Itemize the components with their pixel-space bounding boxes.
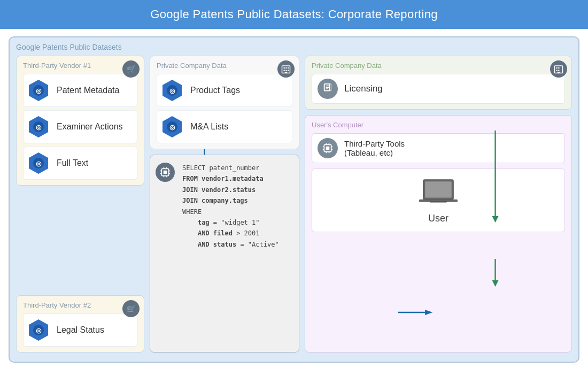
- product-tags-label: Product Tags: [190, 86, 240, 95]
- svg-rect-66: [326, 147, 330, 150]
- main-container: Google Patents Public Datasets: Corporat…: [0, 0, 588, 375]
- header-title: Google Patents Public Datasets: Corporat…: [150, 7, 437, 21]
- legal-status-label: Legal Status: [57, 325, 104, 335]
- svg-rect-76: [425, 181, 452, 197]
- licensing-box: Private Company Data: [305, 56, 572, 110]
- columns: Third-Party Vendor #1 🛒 ◎: [16, 56, 572, 353]
- users-computer-label: User's Computer: [312, 121, 565, 129]
- users-computer-box: User's Computer: [305, 115, 572, 353]
- vendor1-icon: 🛒: [122, 60, 140, 78]
- query-text: SELECT patent_number FROM vendor1.metada…: [182, 163, 291, 250]
- col-vendors: Third-Party Vendor #1 🛒 ◎: [16, 56, 144, 353]
- svg-rect-58: [556, 70, 558, 71]
- ma-lists-item: ◎ M&A Lists: [157, 110, 292, 143]
- examiner-actions-item: ◎ Examiner Actions: [23, 110, 137, 143]
- vendor2-icon: 🛒: [122, 300, 140, 317]
- vendor1-box: Third-Party Vendor #1 🛒 ◎: [16, 56, 144, 186]
- examiner-actions-label: Examiner Actions: [57, 122, 123, 132]
- ma-lists-label: M&A Lists: [190, 122, 228, 132]
- vendor2-label: Third-Party Vendor #2: [23, 301, 137, 309]
- product-tags-hex-icon: ◎: [160, 79, 184, 102]
- svg-rect-57: [558, 67, 559, 68]
- licensing-section-label: Private Company Data: [312, 62, 565, 70]
- header-bar: Google Patents Public Datasets: Corporat…: [0, 0, 588, 29]
- user-laptop-box: User: [312, 169, 565, 232]
- col-middle: Private Company Data: [150, 56, 299, 353]
- svg-rect-35: [284, 70, 285, 71]
- private-company-label: Private Company Data: [157, 62, 292, 70]
- tools-label: Third-Party Tools(Tableau, etc): [344, 139, 405, 157]
- svg-rect-56: [556, 67, 558, 68]
- svg-rect-38: [285, 72, 288, 73]
- svg-rect-36: [285, 70, 287, 71]
- ma-lists-hex-icon: ◎: [160, 115, 184, 139]
- svg-rect-33: [285, 67, 287, 68]
- col-right: Private Company Data: [305, 56, 572, 353]
- third-party-tools-item: Third-Party Tools(Tableau, etc): [312, 133, 565, 163]
- svg-rect-46: [164, 171, 167, 174]
- content-area: Google Patents Public Datasets: [0, 29, 588, 375]
- building-icon: [277, 60, 295, 78]
- patent-metadata-hex-icon: ◎: [27, 79, 50, 102]
- legal-status-hex-icon: ◎: [27, 318, 50, 342]
- svg-text:◎: ◎: [36, 160, 42, 167]
- private-company-box: Private Company Data: [150, 56, 299, 149]
- licensing-label: Licensing: [344, 83, 383, 94]
- svg-rect-34: [288, 67, 289, 68]
- licensing-building-icon: [550, 60, 567, 78]
- full-text-hex-icon: ◎: [27, 151, 50, 175]
- full-text-label: Full Text: [57, 158, 88, 168]
- svg-text:◎: ◎: [169, 87, 175, 95]
- query-box: SELECT patent_number FROM vendor1.metada…: [150, 155, 299, 353]
- chip-icon: [318, 138, 338, 158]
- product-tags-item: ◎ Product Tags: [157, 74, 292, 107]
- svg-rect-78: [430, 201, 447, 202]
- svg-text:◎: ◎: [36, 124, 42, 131]
- vendor2-box: Third-Party Vendor #2 🛒 ◎: [16, 295, 144, 353]
- full-text-item: ◎ Full Text: [23, 147, 137, 180]
- diagram-wrapper: Third-Party Vendor #1 🛒 ◎: [16, 56, 572, 353]
- query-chip-icon: [156, 163, 175, 182]
- svg-text:◎: ◎: [169, 124, 175, 131]
- patent-metadata-item: ◎ Patent Metadata: [23, 74, 137, 107]
- examiner-actions-hex-icon: ◎: [27, 115, 50, 139]
- licensing-item: Licensing: [312, 74, 565, 104]
- patent-metadata-label: Patent Metadata: [57, 86, 119, 95]
- google-patents-box: Google Patents Public Datasets: [9, 36, 579, 363]
- svg-rect-32: [284, 67, 285, 68]
- svg-rect-59: [558, 70, 559, 71]
- laptop-svg: [417, 177, 460, 209]
- svg-text:◎: ◎: [36, 87, 42, 95]
- legal-status-item: ◎ Legal Status: [23, 313, 137, 347]
- user-label: User: [428, 213, 448, 224]
- svg-text:◎: ◎: [36, 327, 42, 334]
- vendor1-label: Third-Party Vendor #1: [23, 62, 137, 70]
- svg-rect-37: [288, 70, 289, 71]
- doc-icon: [318, 79, 338, 99]
- svg-rect-60: [558, 72, 560, 73]
- google-patents-label: Google Patents Public Datasets: [16, 43, 572, 51]
